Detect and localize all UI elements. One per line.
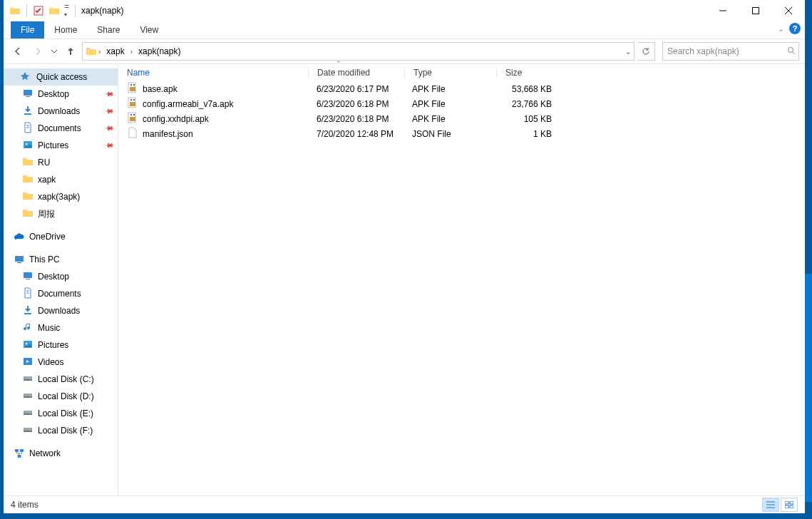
json-file-icon <box>127 127 138 140</box>
svg-point-13 <box>26 143 27 144</box>
search-icon[interactable] <box>787 46 796 57</box>
sidebar-item[interactable]: Pictures📌 <box>4 137 118 154</box>
sidebar-item[interactable]: Local Disk (D:) <box>4 388 118 405</box>
svg-rect-2 <box>753 8 759 14</box>
sidebar-item[interactable]: Local Disk (F:) <box>4 422 118 439</box>
file-type: JSON File <box>404 129 495 139</box>
sidebar-item[interactable]: Desktop <box>4 268 118 285</box>
details-view-button[interactable] <box>762 498 779 512</box>
file-tab[interactable]: File <box>11 21 44 38</box>
address-dropdown-icon[interactable]: ⌄ <box>625 48 631 56</box>
file-type: APK File <box>404 84 495 94</box>
svg-rect-37 <box>20 449 24 452</box>
file-type: APK File <box>404 114 495 124</box>
column-header-name[interactable]: Name <box>118 68 308 78</box>
folder-icon <box>22 173 34 187</box>
tab-view[interactable]: View <box>130 21 168 38</box>
sidebar-item-label: Local Disk (C:) <box>38 374 94 384</box>
file-row[interactable]: manifest.json7/20/2020 12:48 PMJSON File… <box>118 126 805 141</box>
search-box[interactable] <box>662 42 799 61</box>
minimize-button[interactable] <box>706 0 739 21</box>
sidebar-item[interactable]: Downloads📌 <box>4 103 118 120</box>
sidebar-quick-access[interactable]: Quick access <box>4 68 118 86</box>
desktop-icon <box>22 88 34 101</box>
search-input[interactable] <box>663 43 798 59</box>
svg-rect-9 <box>24 113 31 115</box>
star-icon <box>19 71 31 83</box>
disk-icon <box>22 390 34 404</box>
sidebar-item[interactable]: Desktop📌 <box>4 86 118 103</box>
breadcrumb[interactable]: xapk <box>102 43 128 60</box>
maximize-button[interactable] <box>739 0 772 21</box>
close-button[interactable] <box>772 0 805 21</box>
sidebar-item-label: Downloads <box>38 106 80 116</box>
title-bar[interactable]: =▾ xapk(napk) <box>4 0 805 21</box>
chevron-right-icon[interactable]: › <box>97 48 102 56</box>
sidebar-item[interactable]: Pictures <box>4 336 118 354</box>
svg-point-22 <box>26 342 27 344</box>
up-button[interactable] <box>62 43 79 60</box>
svg-point-32 <box>30 413 31 415</box>
svg-rect-55 <box>790 501 793 504</box>
svg-point-35 <box>30 431 31 432</box>
tab-share[interactable]: Share <box>87 21 130 38</box>
file-list[interactable]: base.apk6/23/2020 6:17 PMAPK File53,668 … <box>118 81 805 141</box>
sidebar-item[interactable]: Videos <box>4 354 118 371</box>
folder-icon <box>22 156 34 170</box>
sidebar-item[interactable]: RU <box>4 154 118 171</box>
sidebar-this-pc[interactable]: This PC <box>4 251 118 268</box>
ribbon-collapse-icon[interactable]: ⌄ <box>778 25 783 33</box>
recent-locations-button[interactable] <box>49 43 59 60</box>
large-icons-view-button[interactable] <box>781 498 798 512</box>
sidebar-item[interactable]: 周报 <box>4 205 118 222</box>
refresh-button[interactable] <box>637 42 655 61</box>
apk-file-icon <box>127 82 138 96</box>
svg-line-6 <box>793 52 795 54</box>
sidebar-item[interactable]: Downloads <box>4 302 118 319</box>
help-icon[interactable]: ? <box>789 23 801 34</box>
svg-rect-14 <box>15 256 24 262</box>
sidebar-item-label: xapk(3apk) <box>38 192 80 202</box>
column-header-date[interactable]: Date modified <box>308 68 404 78</box>
back-button[interactable] <box>9 43 26 60</box>
file-type: APK File <box>404 99 495 109</box>
sidebar-item[interactable]: Local Disk (C:) <box>4 371 118 388</box>
sidebar-item[interactable]: xapk(3apk) <box>4 188 118 205</box>
sidebar-item-label: OneDrive <box>29 232 66 242</box>
address-bar[interactable]: › xapk › xapk(napk) ⌄ <box>82 42 634 61</box>
folder-icon[interactable] <box>48 5 60 16</box>
file-name: config.armeabi_v7a.apk <box>143 99 233 109</box>
sidebar-item-label: xapk <box>38 175 56 185</box>
tab-home[interactable]: Home <box>44 21 87 38</box>
desktop-icon <box>22 270 34 284</box>
sidebar-onedrive[interactable]: OneDrive <box>4 228 118 245</box>
content-pane: ⌃ Name Date modified Type Size base.apk6… <box>118 64 805 495</box>
desktop-scroll-thumb[interactable] <box>805 274 812 502</box>
sidebar-network[interactable]: Network <box>4 445 118 462</box>
sidebar-item[interactable]: Documents📌 <box>4 120 118 137</box>
column-header-size[interactable]: Size <box>496 68 562 78</box>
svg-point-50 <box>133 114 135 115</box>
chevron-right-icon[interactable]: › <box>129 48 134 56</box>
file-row[interactable]: base.apk6/23/2020 6:17 PMAPK File53,668 … <box>118 81 805 96</box>
explorer-window: =▾ xapk(napk) File Home Share View ⌄ ? ›… <box>4 0 805 513</box>
properties-icon[interactable] <box>33 5 44 16</box>
sidebar-item-label: 周报 <box>38 208 55 220</box>
sidebar-item-label: Pictures <box>38 340 68 350</box>
sidebar-item-label: RU <box>38 158 50 168</box>
sidebar-item[interactable]: xapk <box>4 171 118 188</box>
file-row[interactable]: config.xxhdpi.apk6/23/2020 6:18 PMAPK Fi… <box>118 111 805 126</box>
sidebar-item-label: Pictures <box>38 140 68 150</box>
sidebar-item[interactable]: Documents <box>4 285 118 302</box>
navigation-pane[interactable]: Quick access Desktop📌Downloads📌Documents… <box>4 64 118 495</box>
sidebar-item[interactable]: Music <box>4 319 118 336</box>
file-row[interactable]: config.armeabi_v7a.apk6/23/2020 6:18 PMA… <box>118 96 805 111</box>
forward-button[interactable] <box>29 43 46 60</box>
folder-icon <box>86 46 97 57</box>
sidebar-item[interactable]: Local Disk (E:) <box>4 405 118 422</box>
sidebar-item-label: Local Disk (F:) <box>38 426 93 436</box>
breadcrumb[interactable]: xapk(napk) <box>134 43 185 60</box>
column-header-type[interactable]: Type <box>404 68 496 78</box>
pin-icon: 📌 <box>104 89 115 100</box>
qat-dropdown-icon[interactable]: =▾ <box>64 3 69 19</box>
